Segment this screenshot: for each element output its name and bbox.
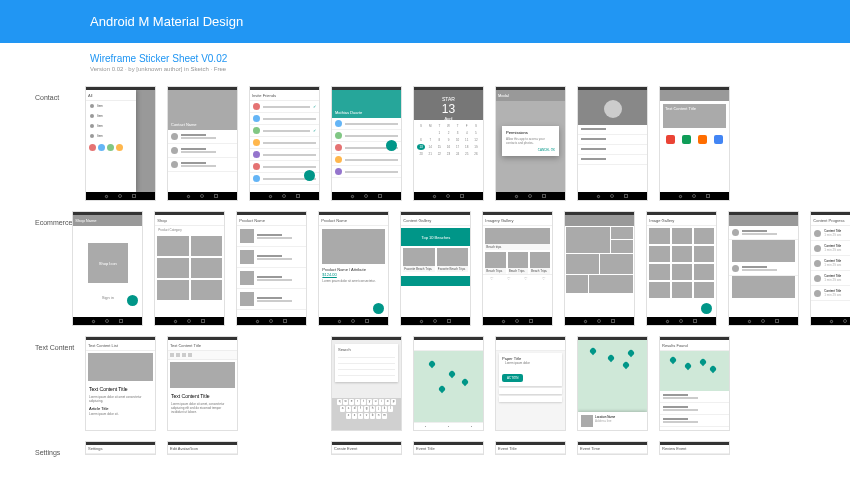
contact-screen-calendar[interactable]: STAR 13 April SMTWTFS 12345 6789101112 1… <box>413 86 484 201</box>
contact-screens: All Item Item Item Item Contact Name <box>85 86 730 201</box>
ecom-image-masonry[interactable] <box>564 211 635 326</box>
section-label-ecommerce: Ecommerce <box>35 219 72 226</box>
contact-screen-chat[interactable]: Mathias Duarte <box>331 86 402 201</box>
app-icon[interactable] <box>714 135 723 144</box>
text-map-results[interactable]: Paper Title Lorem ipsum dolor ACTION <box>495 336 566 431</box>
ecom-imagery-gallery[interactable]: Imagery Gallery Beach trips Beach TripsB… <box>482 211 553 326</box>
fab-invite[interactable] <box>304 170 315 181</box>
contact-screen-apps[interactable]: Text Content Title <box>659 86 730 201</box>
settings-screens: Settings Edit Avatar/Icon Create Event E… <box>85 441 730 455</box>
text-search[interactable]: Search qwertyuiop asdfghjkl zxcvbnm <box>331 336 402 431</box>
ecom-product-detail[interactable]: Product Name Product Name / Attribute $1… <box>318 211 389 326</box>
section-ecommerce: Ecommerce Shop Name Shop Icon Sign in Sh… <box>90 211 850 326</box>
ecom-shop-landing[interactable]: Shop Name Shop Icon Sign in <box>72 211 143 326</box>
section-text: Text Content Text Content List Text Cont… <box>90 336 850 431</box>
meta-info: Version 0.02 · by [unknown author] in Sk… <box>90 66 850 72</box>
fab-shop[interactable] <box>127 295 138 306</box>
dialog-actions[interactable]: CANCEL OK <box>506 148 555 152</box>
ecom-shop-grid[interactable]: Shop Product Category <box>154 211 225 326</box>
ecom-content-feed[interactable] <box>728 211 799 326</box>
section-label-text: Text Content <box>35 344 85 351</box>
fab-gallery[interactable] <box>701 303 712 314</box>
fab-chat[interactable] <box>386 140 397 151</box>
page-header: Android M Material Design <box>0 0 850 43</box>
text-detail[interactable]: Text Content Title Text Content Title Lo… <box>167 336 238 431</box>
fab-cart[interactable] <box>373 303 384 314</box>
settings-screen[interactable]: Event Title <box>413 441 484 455</box>
ecommerce-screens: Shop Name Shop Icon Sign in Shop Product… <box>72 211 850 326</box>
section-label-settings: Settings <box>35 449 85 456</box>
settings-screen[interactable]: Event Time <box>577 441 648 455</box>
settings-screen[interactable]: Event Title <box>495 441 566 455</box>
page-content: Wireframe Sticker Sheet V0.02 Version 0.… <box>0 43 850 456</box>
app-icon[interactable] <box>682 135 691 144</box>
settings-screen[interactable]: Review Event <box>659 441 730 455</box>
settings-screen[interactable]: Edit Avatar/Icon <box>167 441 238 455</box>
text-map-detail[interactable]: Location NameAddress line <box>577 336 648 431</box>
text-map-list[interactable]: Results Found <box>659 336 730 431</box>
ecom-content-gallery[interactable]: Content Gallery Top 10 Beaches Favorite … <box>400 211 471 326</box>
text-screens: Text Content List Text Content Title Lor… <box>85 336 730 431</box>
section-label-contact: Contact <box>35 94 85 101</box>
settings-screen[interactable]: Create Event <box>331 441 402 455</box>
contact-screen-dialog[interactable]: Modal Permissions Allow this app to acce… <box>495 86 566 201</box>
gmail-icon[interactable] <box>666 135 675 144</box>
section-settings: Settings Settings Edit Avatar/Icon Creat… <box>90 441 850 456</box>
permission-dialog: Permissions Allow this app to access you… <box>502 126 559 156</box>
text-list[interactable]: Text Content List Text Content Title Lor… <box>85 336 156 431</box>
contact-screen-drawer[interactable]: All Item Item Item Item <box>85 86 156 201</box>
app-icon[interactable] <box>698 135 707 144</box>
keyboard[interactable]: qwertyuiop asdfghjkl zxcvbnm <box>332 398 401 430</box>
text-map-pins[interactable]: ••• <box>413 336 484 431</box>
contact-screen-empty-profile[interactable] <box>577 86 648 201</box>
settings-screen[interactable]: Settings <box>85 441 156 455</box>
contact-screen-invite[interactable]: Invite Friends ✓ ✓ <box>249 86 320 201</box>
contact-screen-profile[interactable]: Contact Name <box>167 86 238 201</box>
ecom-product-list[interactable]: Product Name <box>236 211 307 326</box>
section-contact: Contact All Item Item Item Item <box>90 86 850 201</box>
page-title: Android M Material Design <box>90 14 243 29</box>
subtitle[interactable]: Wireframe Sticker Sheet V0.02 <box>90 53 850 64</box>
ecom-image-gallery[interactable]: Image Gallery <box>646 211 717 326</box>
ecom-content-progress[interactable]: Content Progress Content Title1 min 29 s… <box>810 211 850 326</box>
